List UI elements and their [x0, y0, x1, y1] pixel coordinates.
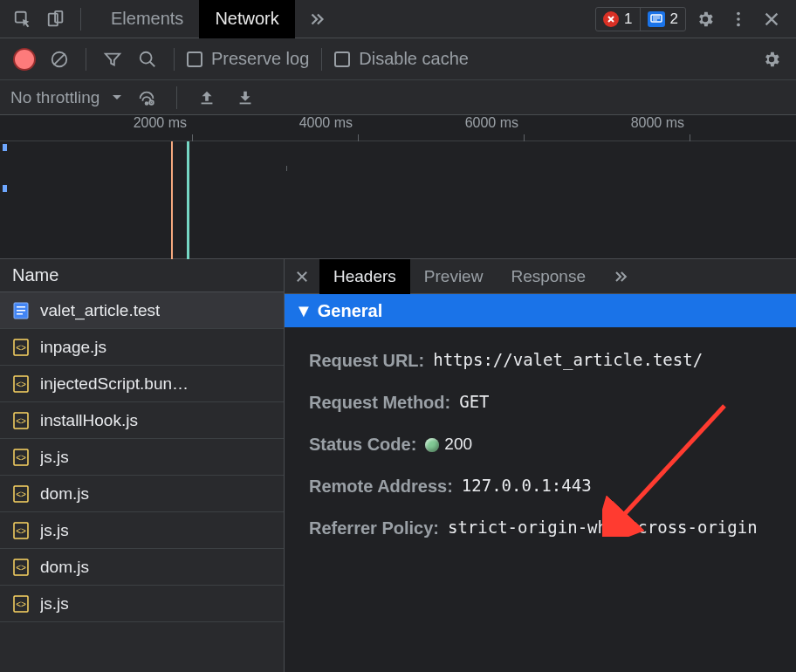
device-toolbar-icon[interactable] — [42, 5, 70, 33]
tab-elements[interactable]: Elements — [95, 0, 199, 38]
remote-address-label: Remote Address: — [309, 473, 453, 499]
preserve-log-label: Preserve log — [211, 49, 309, 69]
svg-point-9 — [146, 102, 148, 105]
js-file-icon: <> — [12, 411, 30, 430]
js-file-icon: <> — [12, 484, 30, 504]
more-tabs-chevron-icon[interactable] — [295, 0, 339, 38]
remote-address-value: 127.0.0.1:443 — [462, 473, 592, 499]
js-file-icon: <> — [12, 338, 30, 357]
status-code-label: Status Code: — [309, 431, 416, 457]
svg-text:<>: <> — [16, 490, 26, 499]
detail-tab-preview[interactable]: Preview — [410, 259, 498, 294]
request-name: dom.js — [40, 558, 89, 577]
status-code-value: 200 — [425, 431, 472, 457]
filter-icon[interactable] — [99, 45, 127, 73]
network-timeline[interactable]: 2000 ms 4000 ms 6000 ms 8000 ms 100 — [0, 115, 796, 259]
throttling-toolbar: No throttling — [0, 80, 796, 115]
svg-point-5 — [737, 17, 740, 21]
status-dot-icon — [425, 438, 439, 452]
disclosure-triangle-icon: ▼ — [295, 301, 312, 321]
inspect-element-icon[interactable] — [9, 5, 37, 33]
separator — [174, 48, 175, 71]
request-name: inpage.js — [40, 338, 106, 357]
svg-point-6 — [737, 23, 740, 26]
svg-rect-14 — [17, 306, 25, 308]
disable-cache-checkbox[interactable]: Disable cache — [334, 49, 469, 69]
close-devtools-icon[interactable] — [758, 5, 786, 33]
detail-tab-response[interactable]: Response — [497, 259, 600, 294]
throttling-label: No throttling — [10, 88, 100, 107]
timeline-tick: 2000 ms — [134, 115, 192, 131]
document-file-icon — [12, 301, 30, 320]
separator — [86, 48, 86, 71]
svg-point-8 — [141, 51, 152, 63]
devtools-top-bar: Elements Network 1 2 — [0, 0, 796, 38]
request-name: injectedScript.bun… — [40, 374, 189, 394]
svg-text:<>: <> — [16, 453, 26, 463]
request-row[interactable]: <>injectedScript.bun… — [0, 366, 284, 402]
svg-rect-15 — [17, 310, 25, 312]
throttling-select[interactable]: No throttling — [10, 88, 122, 107]
request-row[interactable]: <>js.js — [0, 439, 284, 476]
request-url-value: https://valet_article.test/ — [433, 347, 703, 374]
general-section-title: General — [318, 301, 382, 321]
request-name: dom.js — [40, 484, 89, 504]
request-row[interactable]: <>js.js — [0, 586, 284, 622]
error-badge[interactable]: 1 — [596, 8, 639, 31]
more-detail-tabs-icon[interactable] — [600, 259, 642, 293]
info-icon — [648, 11, 665, 27]
request-row[interactable]: <>dom.js — [0, 549, 284, 586]
clear-icon[interactable] — [45, 45, 73, 73]
request-method-value: GET — [459, 389, 489, 415]
request-row[interactable]: <>installHook.js — [0, 402, 284, 439]
settings-gear-icon[interactable] — [691, 5, 719, 33]
svg-text:<>: <> — [16, 343, 26, 353]
js-file-icon: <> — [12, 558, 30, 577]
request-row[interactable]: <>js.js — [0, 512, 284, 549]
separator — [321, 48, 322, 71]
request-list: valet_article.test<>inpage.js<>injectedS… — [0, 292, 284, 622]
separator — [80, 8, 81, 31]
timeline-ruler: 2000 ms 4000 ms 6000 ms 8000 ms 100 — [0, 115, 796, 141]
request-name: js.js — [40, 521, 69, 540]
kv-referrer-policy: Referrer Policy: strict-origin-when-cros… — [309, 507, 796, 549]
close-detail-icon[interactable] — [285, 259, 319, 293]
search-icon[interactable] — [134, 45, 161, 73]
request-row[interactable]: valet_article.test — [0, 292, 284, 329]
referrer-policy-value: strict-origin-when-cross-origin — [448, 515, 758, 541]
svg-text:<>: <> — [16, 600, 26, 609]
request-list-panel: Name valet_article.test<>inpage.js<>inje… — [0, 259, 285, 672]
request-method-label: Request Method: — [309, 389, 450, 415]
svg-rect-16 — [17, 313, 23, 315]
preserve-log-checkbox[interactable]: Preserve log — [187, 49, 309, 69]
upload-har-icon[interactable] — [193, 84, 221, 112]
info-badge[interactable]: 2 — [640, 8, 685, 31]
info-count: 2 — [670, 10, 678, 28]
download-har-icon[interactable] — [231, 84, 259, 112]
kv-request-url: Request URL: https://valet_article.test/ — [309, 339, 796, 381]
referrer-policy-label: Referrer Policy: — [309, 515, 439, 541]
svg-text:<>: <> — [16, 380, 26, 389]
timeline-waterfall — [0, 141, 796, 259]
svg-rect-11 — [202, 102, 213, 104]
request-name: installHook.js — [40, 411, 138, 430]
network-conditions-icon[interactable] — [133, 84, 161, 112]
network-settings-gear-icon[interactable] — [758, 45, 786, 73]
general-section-header[interactable]: ▼ General — [285, 294, 796, 327]
request-name: js.js — [40, 594, 69, 614]
detail-tab-headers[interactable]: Headers — [319, 259, 410, 294]
kebab-menu-icon[interactable] — [724, 5, 752, 33]
request-name: js.js — [40, 448, 69, 467]
request-list-header[interactable]: Name — [0, 259, 284, 292]
console-badges[interactable]: 1 2 — [595, 7, 686, 31]
svg-point-4 — [737, 11, 740, 15]
kv-status-code: Status Code: 200 — [309, 423, 796, 465]
js-file-icon: <> — [12, 594, 30, 614]
record-button[interactable] — [10, 45, 38, 73]
request-row[interactable]: <>inpage.js — [0, 329, 284, 366]
request-name: valet_article.test — [40, 301, 160, 320]
tab-network[interactable]: Network — [199, 0, 294, 38]
dropdown-triangle-icon — [112, 94, 122, 101]
request-row[interactable]: <>dom.js — [0, 476, 284, 512]
network-toolbar: Preserve log Disable cache — [0, 38, 796, 80]
